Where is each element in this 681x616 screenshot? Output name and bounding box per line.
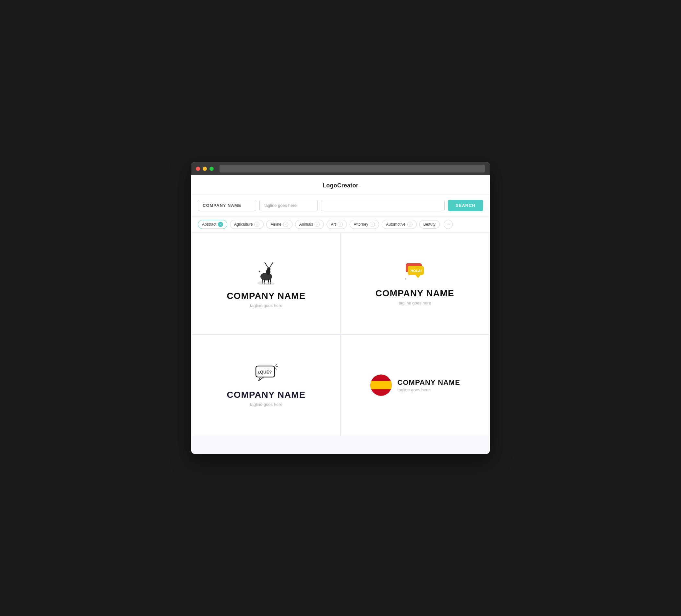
search-bar: SEARCH: [191, 195, 490, 216]
chat-icon: HOLA! ✦: [402, 262, 428, 283]
svg-text:✦: ✦: [404, 277, 407, 281]
browser-titlebar: [191, 162, 490, 175]
logo-card-chat[interactable]: HOLA! ✦ COMPANY NAME tagline goes here: [341, 233, 489, 334]
logo3-tagline: tagline goes here: [250, 402, 282, 407]
category-chip-automotive[interactable]: Automotive ✓: [382, 220, 417, 229]
close-button[interactable]: [196, 166, 200, 171]
logo1-tagline: tagline goes here: [250, 303, 282, 308]
svg-line-12: [272, 263, 272, 264]
logo2-tagline: tagline goes here: [399, 301, 431, 305]
svg-line-7: [266, 264, 268, 267]
address-bar[interactable]: [220, 165, 485, 173]
chip-check-agriculture: ✓: [254, 222, 259, 227]
chip-check-attorney: ✓: [370, 222, 375, 227]
svg-line-9: [265, 263, 266, 264]
chip-label-beauty: Beauty: [424, 222, 435, 227]
category-chip-abstract[interactable]: Abstract ✓: [198, 220, 227, 229]
category-chip-beauty[interactable]: Beauty: [419, 220, 440, 229]
svg-point-13: [257, 281, 265, 285]
logo4-company-name: COMPANY NAME: [398, 378, 460, 387]
tagline-input[interactable]: [259, 200, 318, 211]
svg-point-14: [264, 282, 275, 285]
chip-label-automotive: Automotive: [386, 222, 405, 227]
chip-label-abstract: Abstract: [202, 222, 216, 227]
svg-marker-19: [415, 275, 421, 278]
chip-check-abstract: ✓: [218, 222, 223, 227]
chip-check-animals: ✓: [314, 222, 320, 227]
spain-flag-icon: [370, 374, 393, 396]
chip-label-attorney: Attorney: [354, 222, 369, 227]
svg-point-6: [267, 267, 271, 271]
chip-label-animals: Animals: [299, 222, 313, 227]
app-container: LogoCreator SEARCH Abstract ✓ Agricultur…: [191, 175, 490, 454]
browser-window: LogoCreator SEARCH Abstract ✓ Agricultur…: [191, 162, 490, 454]
category-chip-agriculture[interactable]: Agriculture ✓: [230, 220, 263, 229]
logo4-tagline: tagline goes here: [398, 387, 460, 392]
logo-card-flag[interactable]: COMPANY NAME tagline goes here: [341, 335, 489, 435]
chip-check-automotive: ✓: [407, 222, 412, 227]
logo1-company-name: COMPANY NAME: [227, 291, 305, 301]
svg-line-10: [270, 264, 272, 267]
svg-rect-29: [370, 381, 392, 389]
chip-label-art: Art: [331, 222, 336, 227]
flag-inline-logo: COMPANY NAME tagline goes here: [370, 374, 460, 396]
keyword-input[interactable]: [321, 200, 445, 211]
logo-card-deer[interactable]: ✦ COMPANY NAME tagline goes here: [192, 233, 340, 334]
chip-label-airline: Airline: [271, 222, 281, 227]
deer-icon: ✦: [252, 260, 281, 286]
minimize-button[interactable]: [203, 166, 207, 171]
svg-text:¿QUÉ?: ¿QUÉ?: [257, 369, 272, 375]
category-chip-art[interactable]: Art ✓: [327, 220, 347, 229]
que-icon: ¿QUÉ?: [253, 363, 279, 385]
svg-marker-23: [258, 377, 263, 381]
search-button[interactable]: SEARCH: [448, 200, 483, 211]
svg-line-27: [275, 368, 277, 369]
chip-check-art: ✓: [337, 222, 343, 227]
chip-label-agriculture: Agriculture: [234, 222, 253, 227]
svg-line-25: [275, 364, 277, 365]
maximize-button[interactable]: [209, 166, 214, 171]
logo-grid: ✦ COMPANY NAME tagline goes here: [192, 233, 489, 435]
svg-text:✦: ✦: [258, 270, 261, 273]
logo4-text-group: COMPANY NAME tagline goes here: [398, 378, 460, 392]
categories-next-arrow[interactable]: →: [444, 220, 453, 229]
category-chip-attorney[interactable]: Attorney ✓: [350, 220, 379, 229]
logo2-company-name: COMPANY NAME: [376, 288, 454, 299]
app-header: LogoCreator: [191, 175, 490, 195]
categories-bar: Abstract ✓ Agriculture ✓ Airline ✓ Anima…: [191, 216, 490, 232]
category-chip-airline[interactable]: Airline ✓: [266, 220, 292, 229]
logo-card-que[interactable]: ¿QUÉ? COMPANY NAME tagline goes here: [192, 335, 340, 435]
logo3-company-name: COMPANY NAME: [227, 390, 305, 400]
company-name-input[interactable]: [198, 200, 256, 211]
app-title: LogoCreator: [323, 182, 358, 189]
svg-text:HOLA!: HOLA!: [410, 269, 422, 273]
category-chip-animals[interactable]: Animals ✓: [295, 220, 324, 229]
chip-check-airline: ✓: [283, 222, 288, 227]
